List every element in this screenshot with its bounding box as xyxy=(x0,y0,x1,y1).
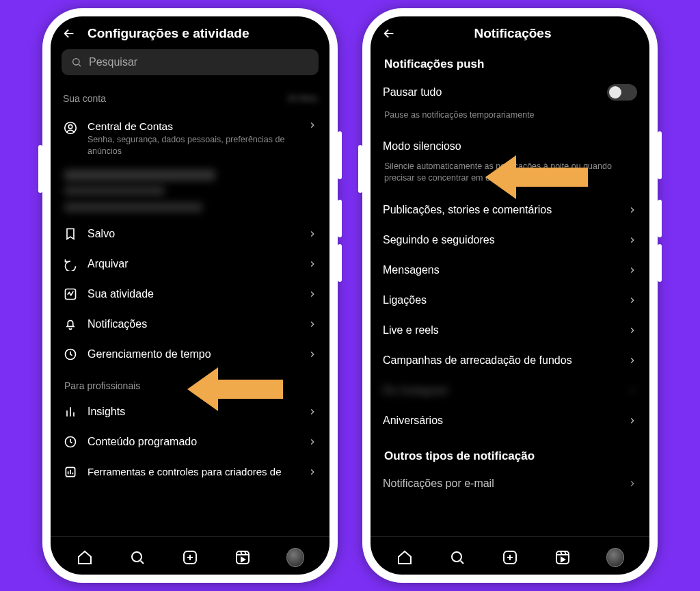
phone-right: Notificações Notificações push Pausar tu… xyxy=(362,8,658,583)
chevron-right-icon xyxy=(628,235,637,245)
settings-item-label: Sua atividade xyxy=(88,288,298,300)
reels-icon[interactable] xyxy=(554,549,571,566)
settings-item-label: Insights xyxy=(88,406,298,418)
chevron-right-icon xyxy=(308,120,317,130)
notif-item-email[interactable]: Notificações por e-mail xyxy=(371,469,649,499)
chevron-right-icon xyxy=(308,289,317,299)
quiet-mode-description: Silencie automaticamente as notificações… xyxy=(371,159,649,195)
redacted-block xyxy=(51,170,329,196)
svg-point-0 xyxy=(73,59,79,65)
screen-notifications: Notificações Notificações push Pausar tu… xyxy=(371,16,649,575)
settings-item-programado[interactable]: Conteúdo programado xyxy=(51,427,329,457)
pro-section-label: Para profissionais xyxy=(51,369,329,397)
pause-all-row[interactable]: Pausar tudo xyxy=(371,77,649,108)
settings-item-salvo[interactable]: Salvo xyxy=(51,219,329,249)
create-icon[interactable] xyxy=(501,549,519,566)
clock-icon xyxy=(63,347,78,361)
settings-item-label: Gerenciamento de tempo xyxy=(88,348,298,360)
notif-item-label: Aniversários xyxy=(383,415,618,427)
phone-side-button xyxy=(338,244,342,282)
search-icon[interactable] xyxy=(448,549,466,566)
settings-item-atividade[interactable]: Sua atividade xyxy=(51,279,329,309)
header: Configurações e atividade xyxy=(51,16,329,48)
settings-content[interactable]: Sua conta 00 Meta Central de Contas Senh… xyxy=(51,83,329,536)
accounts-center-row[interactable]: Central de Contas Senha, segurança, dado… xyxy=(51,114,329,166)
chevron-right-icon xyxy=(628,416,637,425)
notif-item-publicacoes[interactable]: Publicações, stories e comentários xyxy=(371,195,649,225)
phone-side-button xyxy=(658,244,662,282)
settings-item-criadores[interactable]: Ferramentas e controles para criadores d… xyxy=(51,457,329,487)
phone-left: Configurações e atividade Pesquisar Sua … xyxy=(42,8,338,583)
clock-icon xyxy=(63,435,78,449)
header: Notificações xyxy=(371,16,649,48)
notif-item-label: Mensagens xyxy=(383,264,618,276)
notif-item-seguindo[interactable]: Seguindo e seguidores xyxy=(371,225,649,255)
chevron-right-icon xyxy=(628,356,637,365)
push-section-heading: Notificações push xyxy=(371,48,649,77)
page-title: Configurações e atividade xyxy=(88,26,250,41)
redacted-block xyxy=(51,202,329,212)
page-title: Notificações xyxy=(387,26,638,41)
home-icon[interactable] xyxy=(76,549,94,566)
settings-item-label: Ferramentas e controles para criadores d… xyxy=(88,466,298,477)
pause-description: Pause as notificações temporariamente xyxy=(371,108,649,129)
reels-icon[interactable] xyxy=(234,549,252,566)
chevron-right-icon xyxy=(628,205,637,215)
phone-side-button xyxy=(38,145,42,193)
search-icon[interactable] xyxy=(129,549,146,566)
chevron-right-icon xyxy=(308,259,317,269)
settings-item-notificacoes[interactable]: Notificações xyxy=(51,309,329,339)
svg-rect-9 xyxy=(237,551,249,564)
chevron-right-icon xyxy=(628,479,637,488)
bottom-nav xyxy=(371,536,649,575)
phone-side-button xyxy=(358,145,362,193)
notifications-content[interactable]: Notificações push Pausar tudo Pause as n… xyxy=(371,48,649,536)
notif-item-label: Live e reels xyxy=(383,324,618,337)
phone-side-button xyxy=(338,200,342,237)
svg-point-2 xyxy=(68,124,72,129)
notif-item-blurred[interactable]: Do Instagram xyxy=(371,376,649,406)
settings-item-label: Notificações xyxy=(88,318,298,330)
chevron-right-icon xyxy=(628,265,637,275)
search-icon xyxy=(71,57,82,68)
notif-item-mensagens[interactable]: Mensagens xyxy=(371,255,649,285)
create-icon[interactable] xyxy=(181,549,199,566)
accounts-center-subtitle: Senha, segurança, dados pessoais, prefer… xyxy=(88,134,298,157)
notif-item-label: Ligações xyxy=(383,294,618,306)
creator-icon xyxy=(63,465,78,479)
bottom-nav xyxy=(51,536,329,575)
notif-item-label: Seguindo e seguidores xyxy=(383,234,618,246)
settings-item-label: Arquivar xyxy=(88,258,298,270)
notif-item-aniversarios[interactable]: Aniversários xyxy=(371,406,649,436)
notif-item-live[interactable]: Live e reels xyxy=(371,315,649,345)
chevron-right-icon xyxy=(308,350,317,359)
insights-icon xyxy=(63,405,78,419)
accounts-center-title: Central de Contas xyxy=(88,120,298,133)
archive-icon xyxy=(63,257,78,271)
notif-item-campanhas[interactable]: Campanhas de arrecadação de fundos xyxy=(371,345,649,376)
bookmark-icon xyxy=(63,227,78,241)
back-arrow-icon[interactable] xyxy=(62,26,77,41)
svg-rect-13 xyxy=(556,551,569,564)
settings-item-insights[interactable]: Insights xyxy=(51,397,329,427)
pause-all-toggle[interactable] xyxy=(607,84,637,101)
quiet-mode-row[interactable]: Modo silencioso xyxy=(371,129,649,159)
activity-icon xyxy=(63,287,78,301)
svg-point-7 xyxy=(132,552,142,562)
chevron-right-icon xyxy=(308,407,317,417)
home-icon[interactable] xyxy=(396,549,414,566)
other-section-heading: Outros tipos de notificação xyxy=(371,436,649,469)
profile-avatar[interactable] xyxy=(286,549,304,566)
chevron-right-icon xyxy=(308,319,317,329)
notif-item-label: Do Instagram xyxy=(383,384,618,397)
phone-side-button xyxy=(338,131,342,179)
settings-item-tempo[interactable]: Gerenciamento de tempo xyxy=(51,339,329,369)
chevron-right-icon xyxy=(628,386,637,395)
settings-item-arquivar[interactable]: Arquivar xyxy=(51,249,329,279)
chevron-right-icon xyxy=(628,326,637,335)
settings-item-label: Salvo xyxy=(88,228,298,240)
notif-item-ligacoes[interactable]: Ligações xyxy=(371,285,649,315)
search-input[interactable]: Pesquisar xyxy=(62,49,319,75)
profile-avatar[interactable] xyxy=(606,549,624,566)
search-placeholder: Pesquisar xyxy=(89,56,137,68)
